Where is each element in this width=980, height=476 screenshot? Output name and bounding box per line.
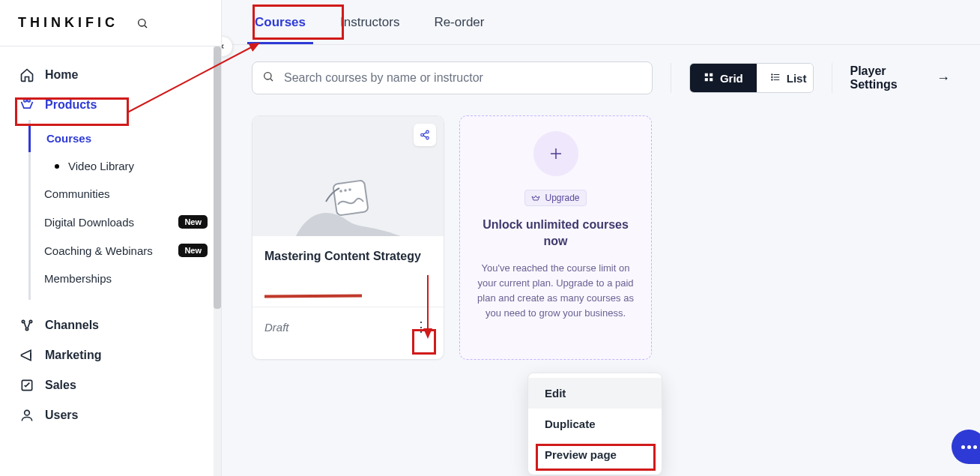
svg-point-3 bbox=[28, 100, 30, 102]
svg-point-6 bbox=[25, 328, 28, 330]
svg-point-23 bbox=[426, 136, 429, 139]
svg-point-5 bbox=[29, 320, 31, 322]
tab-reorder[interactable]: Re-order bbox=[431, 1, 487, 43]
sidebar-products-label: Products bbox=[45, 98, 97, 112]
global-search-button[interactable] bbox=[132, 13, 153, 34]
svg-point-2 bbox=[24, 100, 26, 102]
sidebar-item-sales[interactable]: Sales bbox=[0, 370, 221, 400]
svg-rect-12 bbox=[710, 73, 713, 76]
svg-point-28 bbox=[344, 189, 347, 192]
svg-rect-14 bbox=[710, 78, 713, 81]
svg-point-9 bbox=[264, 73, 271, 79]
sidebar-item-users[interactable]: Users bbox=[0, 400, 221, 430]
svg-rect-13 bbox=[705, 78, 708, 81]
course-title: Mastering Content Strategy bbox=[264, 250, 432, 263]
course-status: Draft bbox=[264, 321, 289, 334]
upgrade-text: You've reached the course limit on your … bbox=[477, 261, 635, 322]
svg-point-22 bbox=[421, 133, 424, 136]
sidebar-sub-memberships[interactable]: Memberships bbox=[31, 265, 221, 292]
view-toggle: Grid List bbox=[689, 63, 814, 93]
arrow-right-icon: → bbox=[937, 70, 950, 86]
svg-point-29 bbox=[348, 188, 351, 191]
sidebar-sub-video-library[interactable]: Video Library bbox=[31, 152, 221, 180]
sidebar-item-products[interactable]: Products bbox=[0, 90, 221, 120]
upgrade-card[interactable]: Upgrade Unlock unlimited courses now You… bbox=[459, 115, 652, 360]
tab-courses[interactable]: Courses bbox=[252, 1, 309, 43]
svg-point-4 bbox=[22, 320, 24, 322]
view-list-label: List bbox=[787, 72, 807, 85]
toolbar-divider bbox=[832, 63, 832, 93]
grid-icon bbox=[704, 72, 714, 85]
player-settings-label: Player Settings bbox=[850, 64, 931, 91]
sidebar-sub-communities[interactable]: Communities bbox=[31, 180, 221, 208]
upgrade-badge-label: Upgrade bbox=[545, 193, 579, 203]
sidebar-users-label: Users bbox=[45, 409, 78, 422]
sidebar-home-label: Home bbox=[45, 68, 78, 82]
sidebar-sub-digital-downloads[interactable]: Digital Downloads New bbox=[31, 208, 221, 236]
course-author-redacted: Farzana Muzammil bbox=[264, 290, 432, 301]
new-badge: New bbox=[178, 244, 208, 257]
new-badge: New bbox=[178, 215, 208, 229]
sidebar-sub-digital-downloads-label: Digital Downloads bbox=[44, 216, 134, 229]
course-search-input[interactable] bbox=[252, 61, 653, 94]
svg-rect-26 bbox=[333, 180, 368, 215]
upgrade-badge: Upgrade bbox=[524, 190, 586, 206]
sidebar-item-home[interactable]: Home bbox=[0, 60, 221, 90]
sidebar-sales-label: Sales bbox=[45, 379, 76, 392]
sidebar-sub-courses-label: Courses bbox=[46, 132, 91, 145]
bullet-icon bbox=[55, 164, 59, 169]
svg-point-27 bbox=[339, 190, 342, 193]
svg-point-20 bbox=[772, 79, 772, 79]
sidebar-sub-courses[interactable]: Courses bbox=[28, 124, 221, 152]
svg-line-25 bbox=[423, 136, 426, 137]
brand-logo: THINKIFIC bbox=[18, 15, 118, 31]
svg-point-8 bbox=[25, 410, 30, 415]
sidebar-sub-coaching-label: Coaching & Webinars bbox=[44, 244, 153, 257]
plus-icon bbox=[533, 131, 578, 176]
svg-point-19 bbox=[772, 76, 772, 77]
menu-item-edit[interactable]: Edit bbox=[528, 378, 662, 409]
search-icon bbox=[262, 70, 274, 85]
sidebar-item-channels[interactable]: Channels bbox=[0, 310, 221, 340]
course-actions-menu: Edit Duplicate Preview page bbox=[527, 373, 662, 475]
sidebar-marketing-label: Marketing bbox=[45, 349, 102, 362]
chat-icon bbox=[961, 445, 977, 449]
svg-point-18 bbox=[772, 73, 772, 74]
svg-line-10 bbox=[270, 79, 273, 81]
toolbar-divider bbox=[671, 63, 671, 93]
sidebar-sub-coaching[interactable]: Coaching & Webinars New bbox=[31, 236, 221, 265]
svg-rect-11 bbox=[705, 73, 708, 76]
chat-widget-button[interactable] bbox=[952, 430, 980, 464]
player-settings-link[interactable]: Player Settings → bbox=[850, 64, 950, 91]
menu-item-preview-page[interactable]: Preview page bbox=[528, 439, 662, 470]
sidebar-sub-video-library-label: Video Library bbox=[68, 160, 134, 172]
sidebar-sub-memberships-label: Memberships bbox=[44, 272, 112, 285]
sidebar-scrollbar-thumb[interactable] bbox=[214, 46, 221, 309]
course-card[interactable]: Mastering Content Strategy Farzana Muzam… bbox=[252, 115, 444, 360]
view-grid-button[interactable]: Grid bbox=[690, 64, 757, 92]
svg-point-21 bbox=[426, 130, 429, 133]
sidebar-channels-label: Channels bbox=[45, 319, 99, 332]
svg-point-0 bbox=[139, 19, 145, 25]
svg-line-1 bbox=[145, 25, 147, 28]
course-more-button[interactable]: ⋮ bbox=[411, 316, 432, 337]
tab-instructors[interactable]: Instructors bbox=[337, 1, 402, 43]
share-button[interactable] bbox=[414, 124, 436, 146]
view-grid-label: Grid bbox=[720, 72, 743, 85]
svg-line-24 bbox=[423, 133, 426, 134]
upgrade-title: Unlock unlimited courses now bbox=[477, 217, 635, 250]
sidebar-sub-communities-label: Communities bbox=[44, 187, 110, 200]
menu-item-duplicate[interactable]: Duplicate bbox=[528, 409, 662, 439]
course-thumbnail bbox=[252, 116, 444, 236]
sidebar-item-marketing[interactable]: Marketing bbox=[0, 340, 221, 370]
list-icon bbox=[770, 72, 781, 85]
view-list-button[interactable]: List bbox=[757, 64, 814, 92]
